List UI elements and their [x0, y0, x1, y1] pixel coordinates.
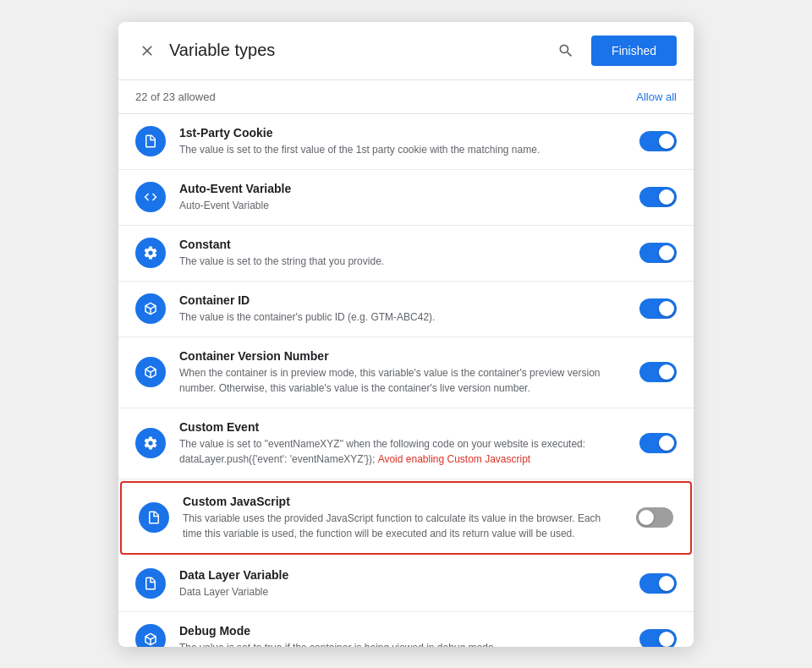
list-item-container-version-number: Container Version NumberWhen the contain… — [118, 337, 694, 408]
item-desc-data-layer-variable: Data Layer Variable — [179, 584, 626, 600]
document-icon — [135, 126, 166, 156]
gear-icon — [135, 428, 166, 458]
toggle-auto-event-variable[interactable] — [639, 187, 677, 207]
item-content-container-version-number: Container Version NumberWhen the contain… — [179, 349, 626, 396]
document-icon — [135, 568, 166, 599]
list-item-first-party-cookie: 1st-Party CookieThe value is set to the … — [118, 114, 694, 170]
item-content-custom-event: Custom EventThe value is set to "eventNa… — [179, 420, 626, 467]
item-title-custom-javascript: Custom JavaScript — [183, 495, 623, 508]
toggle-container-id[interactable] — [639, 298, 677, 319]
list-item-custom-javascript: Custom JavaScriptThis variable uses the … — [120, 481, 692, 555]
code-icon — [135, 182, 166, 212]
item-title-custom-event: Custom Event — [179, 420, 626, 434]
item-desc-container-id: The value is the container's public ID (… — [179, 309, 626, 325]
variable-types-dialog: Variable types Finished 22 of 23 allowed… — [118, 22, 694, 647]
toggle-first-party-cookie[interactable] — [639, 131, 677, 151]
allow-count: 22 of 23 allowed — [135, 90, 216, 103]
item-title-debug-mode: Debug Mode — [179, 624, 626, 638]
cube-icon — [135, 624, 166, 647]
item-desc-debug-mode: The value is set to true if the containe… — [179, 640, 626, 647]
list-item-auto-event-variable: Auto-Event VariableAuto-Event Variable — [118, 170, 694, 226]
item-desc-first-party-cookie: The value is set to the first value of t… — [179, 142, 626, 157]
close-button[interactable] — [135, 39, 159, 63]
item-content-debug-mode: Debug ModeThe value is set to true if th… — [179, 624, 626, 647]
item-title-auto-event-variable: Auto-Event Variable — [179, 182, 626, 195]
item-desc-custom-javascript: This variable uses the provided JavaScri… — [183, 511, 623, 541]
item-desc-custom-event: The value is set to "eventNameXYZ" when … — [179, 436, 626, 467]
toggle-custom-event[interactable] — [639, 433, 677, 453]
item-desc-constant: The value is set to the string that you … — [179, 254, 626, 269]
list-item-debug-mode: Debug ModeThe value is set to true if th… — [118, 612, 694, 647]
item-title-constant: Constant — [179, 238, 626, 251]
allow-bar: 22 of 23 allowed Allow all — [118, 80, 694, 114]
list-item-custom-event: Custom EventThe value is set to "eventNa… — [118, 408, 694, 479]
dialog-header: Variable types Finished — [118, 22, 694, 80]
item-title-container-id: Container ID — [179, 293, 626, 307]
item-content-constant: ConstantThe value is set to the string t… — [179, 238, 626, 269]
search-button[interactable] — [551, 36, 581, 66]
item-content-auto-event-variable: Auto-Event VariableAuto-Event Variable — [179, 182, 626, 213]
cube-icon — [135, 357, 166, 387]
finished-button[interactable]: Finished — [591, 36, 677, 66]
gear-icon — [135, 238, 166, 268]
item-desc-container-version-number: When the container is in preview mode, t… — [179, 365, 626, 396]
variable-list: 1st-Party CookieThe value is set to the … — [118, 114, 694, 647]
item-content-container-id: Container IDThe value is the container's… — [179, 293, 626, 325]
list-item-constant: ConstantThe value is set to the string t… — [118, 226, 694, 282]
item-title-first-party-cookie: 1st-Party Cookie — [179, 126, 626, 140]
toggle-data-layer-variable[interactable] — [639, 573, 677, 594]
item-content-first-party-cookie: 1st-Party CookieThe value is set to the … — [179, 126, 626, 157]
item-title-container-version-number: Container Version Number — [179, 349, 626, 363]
item-content-data-layer-variable: Data Layer VariableData Layer Variable — [179, 568, 626, 600]
item-content-custom-javascript: Custom JavaScriptThis variable uses the … — [183, 495, 623, 541]
toggle-constant[interactable] — [639, 243, 677, 263]
allow-all-button[interactable]: Allow all — [636, 90, 677, 103]
item-desc-auto-event-variable: Auto-Event Variable — [179, 198, 626, 213]
item-title-data-layer-variable: Data Layer Variable — [179, 568, 626, 582]
toggle-custom-javascript[interactable] — [636, 507, 673, 528]
cube-icon — [135, 293, 166, 324]
list-item-data-layer-variable: Data Layer VariableData Layer Variable — [118, 556, 694, 612]
document-icon — [139, 502, 169, 533]
toggle-debug-mode[interactable] — [639, 629, 677, 647]
list-item-container-id: Container IDThe value is the container's… — [118, 282, 694, 337]
toggle-container-version-number[interactable] — [639, 362, 677, 382]
dialog-title: Variable types — [169, 41, 540, 60]
